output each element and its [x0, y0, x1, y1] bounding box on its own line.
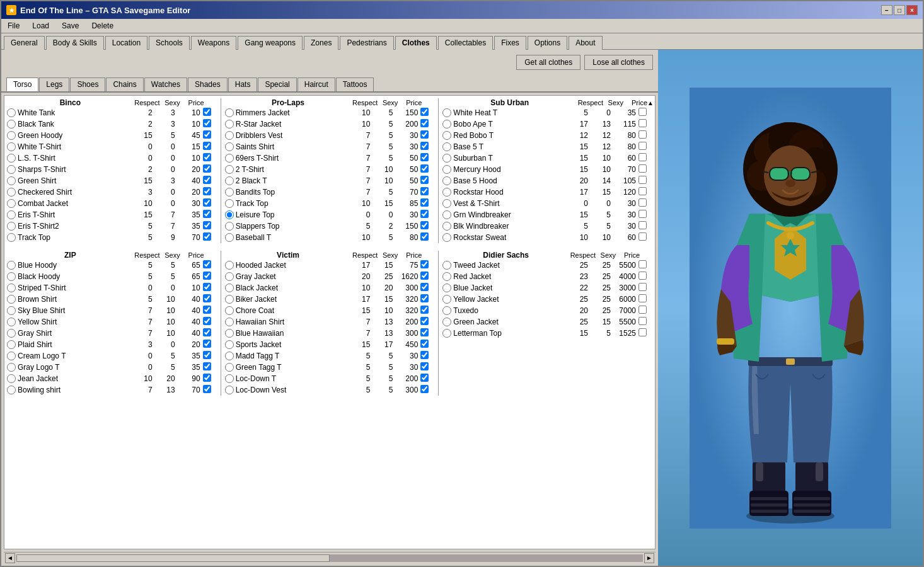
- tab-legs[interactable]: Legs: [39, 77, 69, 91]
- didier-item-1: Red Jacket23254000: [442, 271, 652, 282]
- tab-location[interactable]: Location: [105, 36, 147, 50]
- tab-watches[interactable]: Watches: [144, 77, 187, 91]
- binco-item-4: L.S. T-Shirt0010: [7, 152, 217, 164]
- tab-weapons[interactable]: Weapons: [191, 36, 236, 50]
- zip-item-5: Yellow Shirt71040: [7, 316, 217, 328]
- main-content: Get all clothes Lose all clothes Torso L…: [1, 50, 923, 566]
- victim-item-7: Sports Jacket1517450: [225, 339, 435, 350]
- right-panel: [658, 50, 923, 566]
- svg-point-16: [787, 232, 794, 239]
- didier-item-4: Tuxedo20257000: [442, 305, 652, 316]
- tab-fixes[interactable]: Fixes: [494, 36, 526, 50]
- binco-item-6: Green Shirt15340: [7, 175, 217, 186]
- zip-item-1: Black Hoody5565: [7, 271, 217, 282]
- section-didier-title: Didier Sachs: [442, 251, 569, 260]
- binco-item-1: Black Tank2310: [7, 118, 217, 130]
- prolaps-item-2: Dribblers Vest7530: [225, 130, 435, 141]
- section-zip: ZIP Respect Sexy Price Blue Hoody5565 Bl…: [7, 251, 217, 396]
- get-all-clothes-button[interactable]: Get all clothes: [516, 55, 580, 70]
- character-display: [658, 50, 923, 566]
- svg-rect-13: [794, 510, 830, 513]
- didier-item-0: Tweed Jacket25255500: [442, 260, 652, 271]
- binco-item-3: White T-Shirt0015: [7, 141, 217, 152]
- tab-hats[interactable]: Hats: [228, 77, 258, 91]
- binco-item-8: Combat Jacket10030: [7, 198, 217, 209]
- close-button[interactable]: ×: [906, 5, 918, 15]
- lose-all-clothes-button[interactable]: Lose all clothes: [584, 55, 653, 70]
- tab-general[interactable]: General: [4, 36, 45, 50]
- tab-about[interactable]: About: [569, 36, 602, 50]
- tab-body-skills[interactable]: Body & Skills: [46, 36, 104, 50]
- section-binco: Binco Respect Sexy Price White Tank2310 …: [7, 98, 217, 243]
- svg-rect-15: [786, 358, 795, 365]
- menu-save[interactable]: Save: [58, 20, 83, 32]
- victim-item-4: Chore Coat1510320: [225, 305, 435, 316]
- tab-special[interactable]: Special: [258, 77, 296, 91]
- zip-item-4: Sky Blue Shirt71040: [7, 305, 217, 316]
- suburan-item-1: Bobo Ape T1713115: [442, 118, 652, 130]
- tab-haircut[interactable]: Haircut: [297, 77, 335, 91]
- zip-item-11: Bowling shirt71370: [7, 384, 217, 396]
- victim-item-10: Loc-Down T55200: [225, 373, 435, 384]
- menu-load[interactable]: Load: [28, 20, 53, 32]
- scroll-right-arrow[interactable]: ►: [644, 553, 654, 563]
- title-bar: ★ End Of The Line – GTA SA Savegame Edit…: [1, 1, 923, 19]
- zip-item-7: Plaid Shirt3020: [7, 339, 217, 350]
- suburan-item-7: Rockstar Hood1715120: [442, 186, 652, 198]
- menu-delete[interactable]: Delete: [88, 20, 117, 32]
- minimize-button[interactable]: −: [881, 5, 892, 15]
- tab-options[interactable]: Options: [528, 36, 567, 50]
- prolaps-item-8: Track Top101585: [225, 198, 435, 209]
- suburan-item-4: Suburban T151060: [442, 152, 652, 164]
- suburan-item-2: Red Bobo T121280: [442, 130, 652, 141]
- scroll-track[interactable]: [16, 554, 643, 562]
- prolaps-item-3: Saints Shirt7530: [225, 141, 435, 152]
- suburan-item-9: Grn Windbreaker15530: [442, 209, 652, 220]
- section-suburan-title: Sub Urban: [442, 98, 577, 107]
- didier-item-6: Letterman Top1551525: [442, 328, 652, 339]
- maximize-button[interactable]: □: [894, 5, 905, 15]
- clothes-scroll[interactable]: Binco Respect Sexy Price White Tank2310 …: [4, 95, 655, 549]
- prolaps-item-1: R-Star Jacket105200: [225, 118, 435, 130]
- menu-file[interactable]: File: [4, 20, 23, 32]
- prolaps-item-5: 2 T-Shirt71050: [225, 164, 435, 175]
- tab-tattoos[interactable]: Tattoos: [336, 77, 374, 91]
- svg-rect-5: [751, 497, 787, 500]
- section-row-2: ZIP Respect Sexy Price Blue Hoody5565 Bl…: [7, 251, 652, 396]
- tab-pedestrians[interactable]: Pedestrians: [340, 36, 393, 50]
- binco-item-9: Eris T-Shirt15735: [7, 209, 217, 220]
- horizontal-scrollbar[interactable]: ◄ ►: [4, 552, 655, 563]
- binco-item-0: White Tank2310: [7, 107, 217, 118]
- tab-gang-weapons[interactable]: Gang weapons: [238, 36, 303, 50]
- svg-rect-29: [792, 168, 809, 180]
- divider-2: [438, 98, 439, 243]
- didier-item-5: Green Jacket25155500: [442, 316, 652, 328]
- suburan-item-5: Mercury Hood151070: [442, 164, 652, 175]
- victim-item-9: Green Tagg T5530: [225, 362, 435, 373]
- divider-1: [221, 98, 221, 243]
- victim-item-11: Loc-Down Vest55300: [225, 384, 435, 396]
- scroll-left-arrow[interactable]: ◄: [5, 553, 15, 563]
- divider-3: [221, 251, 221, 396]
- scroll-thumb[interactable]: [16, 554, 330, 562]
- clothes-area: Binco Respect Sexy Price White Tank2310 …: [1, 93, 658, 566]
- victim-item-2: Black Jacket1020300: [225, 282, 435, 294]
- tab-shoes[interactable]: Shoes: [70, 77, 105, 91]
- tab-zones[interactable]: Zones: [304, 36, 338, 50]
- victim-item-1: Gray Jacket20251620: [225, 271, 435, 282]
- tab-clothes[interactable]: Clothes: [395, 36, 437, 50]
- prolaps-item-4: 69ers T-Shirt7550: [225, 152, 435, 164]
- divider-4: [438, 251, 439, 396]
- app-icon: ★: [6, 5, 16, 15]
- tab-schools[interactable]: Schools: [149, 36, 190, 50]
- binco-item-11: Track Top5970: [7, 232, 217, 243]
- title-bar-left: ★ End Of The Line – GTA SA Savegame Edit…: [6, 5, 190, 15]
- tab-chains[interactable]: Chains: [106, 77, 143, 91]
- tab-torso[interactable]: Torso: [6, 77, 38, 91]
- tab-collectables[interactable]: Collectables: [438, 36, 493, 50]
- section-victim: Victim Respect Sexy Price Hooded Jacket1…: [225, 251, 435, 396]
- section-victim-title: Victim: [225, 251, 352, 260]
- zip-item-8: Cream Logo T0535: [7, 350, 217, 362]
- tab-shades[interactable]: Shades: [188, 77, 228, 91]
- svg-rect-10: [816, 462, 823, 481]
